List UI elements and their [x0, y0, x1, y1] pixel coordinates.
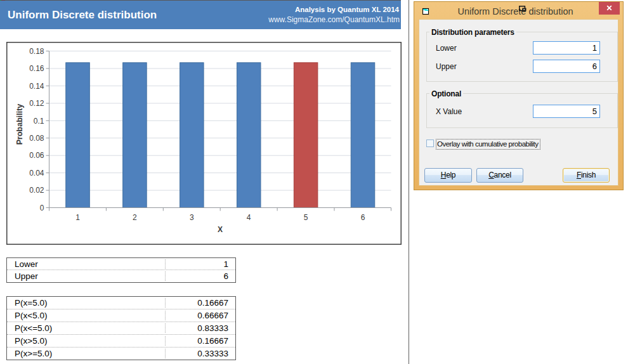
svg-text:X: X [218, 225, 223, 234]
svg-text:0.02: 0.02 [29, 186, 44, 195]
svg-text:0: 0 [40, 204, 44, 212]
svg-text:6: 6 [361, 213, 365, 222]
svg-text:1: 1 [75, 213, 80, 222]
svg-text:0.08: 0.08 [29, 134, 44, 143]
svg-text:0.14: 0.14 [29, 82, 44, 91]
svg-text:2: 2 [133, 213, 137, 222]
svg-text:0.18: 0.18 [29, 47, 44, 56]
svg-text:5: 5 [304, 213, 308, 222]
svg-text:0.1: 0.1 [34, 117, 44, 126]
svg-text:3: 3 [190, 213, 194, 222]
svg-text:0.12: 0.12 [29, 99, 44, 108]
svg-text:4: 4 [247, 213, 251, 222]
svg-text:0.06: 0.06 [29, 151, 44, 160]
svg-text:Probability: Probability [15, 104, 24, 145]
svg-text:0.16: 0.16 [29, 64, 44, 73]
svg-text:0.04: 0.04 [29, 169, 44, 178]
